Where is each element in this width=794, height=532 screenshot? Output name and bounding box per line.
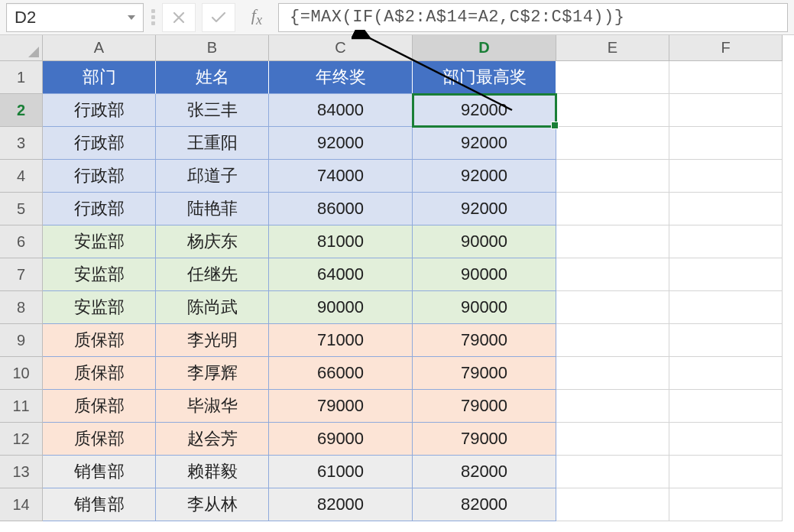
cell-C6[interactable]: 81000	[269, 225, 413, 258]
cell-F6[interactable]	[669, 225, 783, 258]
col-header-F[interactable]: F	[669, 35, 783, 61]
cell-A11[interactable]: 质保部	[43, 390, 156, 423]
cell-A12[interactable]: 质保部	[43, 423, 156, 456]
cell-B10[interactable]: 李厚辉	[156, 357, 269, 390]
cell-B3[interactable]: 王重阳	[156, 127, 269, 160]
row-header-7[interactable]: 7	[0, 258, 43, 291]
cancel-button[interactable]	[162, 3, 196, 32]
cell-A4[interactable]: 行政部	[43, 160, 156, 193]
row-header-13[interactable]: 13	[0, 456, 43, 488]
cell-E13[interactable]	[556, 456, 669, 488]
cell-B13[interactable]: 赖群毅	[156, 456, 269, 488]
cell-E2[interactable]	[556, 94, 669, 127]
cell-D8[interactable]: 90000	[413, 291, 556, 324]
spreadsheet-grid[interactable]: ABCDEF1部门姓名年终奖部门最高奖2行政部张三丰84000920003行政部…	[0, 35, 794, 521]
cell-F10[interactable]	[669, 357, 783, 390]
cell-A9[interactable]: 质保部	[43, 324, 156, 357]
cell-A13[interactable]: 销售部	[43, 456, 156, 488]
cell-A3[interactable]: 行政部	[43, 127, 156, 160]
cell-C12[interactable]: 69000	[269, 423, 413, 456]
cell-F9[interactable]	[669, 324, 783, 357]
cell-B14[interactable]: 李从林	[156, 488, 269, 521]
cell-E4[interactable]	[556, 160, 669, 193]
cell-D10[interactable]: 79000	[413, 357, 556, 390]
cell-E8[interactable]	[556, 291, 669, 324]
formula-input[interactable]: {=MAX(IF(A$2:A$14=A2,C$2:C$14))}	[278, 3, 788, 32]
col-header-D[interactable]: D	[413, 35, 556, 61]
cell-B7[interactable]: 任继先	[156, 258, 269, 291]
cell-D6[interactable]: 90000	[413, 225, 556, 258]
row-header-4[interactable]: 4	[0, 160, 43, 193]
cell-F12[interactable]	[669, 423, 783, 456]
confirm-button[interactable]	[202, 3, 235, 32]
cell-D13[interactable]: 82000	[413, 456, 556, 488]
row-header-2[interactable]: 2	[0, 94, 43, 127]
cell-F13[interactable]	[669, 456, 783, 488]
cell-C11[interactable]: 79000	[269, 390, 413, 423]
cell-D7[interactable]: 90000	[413, 258, 556, 291]
cell-E5[interactable]	[556, 193, 669, 225]
cell-B9[interactable]: 李光明	[156, 324, 269, 357]
cell-B12[interactable]: 赵会芳	[156, 423, 269, 456]
header-cell-B[interactable]: 姓名	[156, 61, 269, 94]
cell-E6[interactable]	[556, 225, 669, 258]
col-header-E[interactable]: E	[556, 35, 669, 61]
cell-A2[interactable]: 行政部	[43, 94, 156, 127]
cell-D4[interactable]: 92000	[413, 160, 556, 193]
cell-D3[interactable]: 92000	[413, 127, 556, 160]
cell-C4[interactable]: 74000	[269, 160, 413, 193]
cell-B11[interactable]: 毕淑华	[156, 390, 269, 423]
cell-A7[interactable]: 安监部	[43, 258, 156, 291]
cell-F1[interactable]	[669, 61, 783, 94]
cell-D9[interactable]: 79000	[413, 324, 556, 357]
row-header-6[interactable]: 6	[0, 225, 43, 258]
col-header-A[interactable]: A	[43, 35, 156, 61]
cell-D2[interactable]: 92000	[413, 94, 556, 127]
row-header-14[interactable]: 14	[0, 488, 43, 521]
cell-B2[interactable]: 张三丰	[156, 94, 269, 127]
header-cell-A[interactable]: 部门	[43, 61, 156, 94]
cell-F4[interactable]	[669, 160, 783, 193]
cell-C8[interactable]: 90000	[269, 291, 413, 324]
cell-E3[interactable]	[556, 127, 669, 160]
cell-B8[interactable]: 陈尚武	[156, 291, 269, 324]
row-header-12[interactable]: 12	[0, 423, 43, 456]
cell-F8[interactable]	[669, 291, 783, 324]
cell-D11[interactable]: 79000	[413, 390, 556, 423]
cell-A5[interactable]: 行政部	[43, 193, 156, 225]
row-header-5[interactable]: 5	[0, 193, 43, 225]
cell-D14[interactable]: 82000	[413, 488, 556, 521]
cell-A6[interactable]: 安监部	[43, 225, 156, 258]
row-header-9[interactable]: 9	[0, 324, 43, 357]
col-header-C[interactable]: C	[269, 35, 413, 61]
header-cell-D[interactable]: 部门最高奖	[413, 61, 556, 94]
cell-F14[interactable]	[669, 488, 783, 521]
cell-C14[interactable]: 82000	[269, 488, 413, 521]
header-cell-C[interactable]: 年终奖	[269, 61, 413, 94]
cell-B5[interactable]: 陆艳菲	[156, 193, 269, 225]
dropdown-icon[interactable]	[128, 15, 135, 20]
cell-A10[interactable]: 质保部	[43, 357, 156, 390]
cell-B4[interactable]: 邱道子	[156, 160, 269, 193]
cell-A14[interactable]: 销售部	[43, 488, 156, 521]
fx-icon[interactable]: fx	[241, 5, 272, 28]
cell-E14[interactable]	[556, 488, 669, 521]
cell-F2[interactable]	[669, 94, 783, 127]
cell-E7[interactable]	[556, 258, 669, 291]
row-header-11[interactable]: 11	[0, 390, 43, 423]
cell-E12[interactable]	[556, 423, 669, 456]
cell-C5[interactable]: 86000	[269, 193, 413, 225]
cell-C2[interactable]: 84000	[269, 94, 413, 127]
cell-C10[interactable]: 66000	[269, 357, 413, 390]
cell-C3[interactable]: 92000	[269, 127, 413, 160]
row-header-1[interactable]: 1	[0, 61, 43, 94]
cell-F7[interactable]	[669, 258, 783, 291]
cell-D5[interactable]: 92000	[413, 193, 556, 225]
cell-E9[interactable]	[556, 324, 669, 357]
cell-E11[interactable]	[556, 390, 669, 423]
row-header-3[interactable]: 3	[0, 127, 43, 160]
row-header-8[interactable]: 8	[0, 291, 43, 324]
cell-C9[interactable]: 71000	[269, 324, 413, 357]
select-all-corner[interactable]	[0, 35, 43, 61]
col-header-B[interactable]: B	[156, 35, 269, 61]
